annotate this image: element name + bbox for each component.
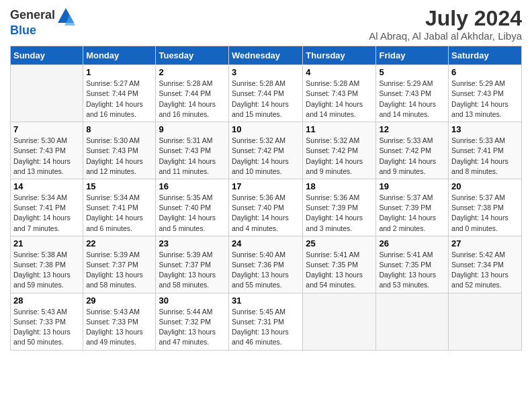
header: General Blue July 2024 Al Abraq, Al Jaba… — [10, 7, 522, 42]
day-info: Sunrise: 5:30 AM Sunset: 7:43 PM Dayligh… — [13, 136, 80, 177]
calendar-cell: 16Sunrise: 5:35 AM Sunset: 7:40 PM Dayli… — [156, 179, 229, 236]
day-info: Sunrise: 5:41 AM Sunset: 7:35 PM Dayligh… — [306, 250, 373, 291]
calendar-cell: 5Sunrise: 5:29 AM Sunset: 7:43 PM Daylig… — [376, 65, 449, 122]
week-row-2: 14Sunrise: 5:34 AM Sunset: 7:41 PM Dayli… — [11, 179, 522, 236]
day-info: Sunrise: 5:45 AM Sunset: 7:31 PM Dayligh… — [232, 307, 300, 348]
day-info: Sunrise: 5:40 AM Sunset: 7:36 PM Dayligh… — [232, 250, 300, 291]
calendar-cell: 8Sunrise: 5:30 AM Sunset: 7:43 PM Daylig… — [83, 122, 156, 179]
header-tuesday: Tuesday — [156, 46, 229, 65]
title-area: July 2024 Al Abraq, Al Jabal al Akhdar, … — [369, 7, 522, 42]
day-number: 16 — [159, 181, 226, 191]
day-info: Sunrise: 5:39 AM Sunset: 7:37 PM Dayligh… — [86, 250, 152, 291]
day-info: Sunrise: 5:35 AM Sunset: 7:40 PM Dayligh… — [159, 193, 226, 234]
calendar-cell — [303, 293, 376, 350]
logo-general: General — [10, 7, 75, 26]
calendar-cell: 10Sunrise: 5:32 AM Sunset: 7:42 PM Dayli… — [229, 122, 303, 179]
header-saturday: Saturday — [449, 46, 522, 65]
day-info: Sunrise: 5:43 AM Sunset: 7:33 PM Dayligh… — [86, 307, 152, 348]
day-number: 25 — [306, 238, 373, 248]
calendar-cell: 23Sunrise: 5:39 AM Sunset: 7:37 PM Dayli… — [156, 236, 229, 293]
day-number: 22 — [86, 238, 152, 248]
day-number: 18 — [306, 181, 373, 191]
day-number: 11 — [306, 124, 373, 134]
day-number: 1 — [86, 67, 152, 77]
calendar-cell: 27Sunrise: 5:42 AM Sunset: 7:34 PM Dayli… — [449, 236, 522, 293]
calendar-cell: 1Sunrise: 5:27 AM Sunset: 7:44 PM Daylig… — [83, 65, 156, 122]
calendar-cell: 22Sunrise: 5:39 AM Sunset: 7:37 PM Dayli… — [83, 236, 156, 293]
day-number: 23 — [159, 238, 226, 248]
calendar-cell: 12Sunrise: 5:33 AM Sunset: 7:42 PM Dayli… — [376, 122, 449, 179]
logo-blue: Blue — [10, 24, 75, 38]
day-number: 2 — [159, 67, 226, 77]
day-number: 28 — [13, 295, 80, 306]
calendar-cell — [449, 293, 522, 350]
day-info: Sunrise: 5:37 AM Sunset: 7:38 PM Dayligh… — [451, 193, 519, 234]
page-container: General Blue July 2024 Al Abraq, Al Jaba… — [0, 0, 532, 357]
calendar-cell: 30Sunrise: 5:44 AM Sunset: 7:32 PM Dayli… — [156, 293, 229, 350]
day-info: Sunrise: 5:34 AM Sunset: 7:41 PM Dayligh… — [13, 193, 80, 234]
day-number: 5 — [379, 67, 445, 77]
day-number: 19 — [379, 181, 445, 191]
calendar-cell: 29Sunrise: 5:43 AM Sunset: 7:33 PM Dayli… — [83, 293, 156, 350]
day-number: 13 — [451, 124, 519, 134]
day-info: Sunrise: 5:32 AM Sunset: 7:42 PM Dayligh… — [306, 136, 373, 177]
header-sunday: Sunday — [11, 46, 83, 65]
day-info: Sunrise: 5:27 AM Sunset: 7:44 PM Dayligh… — [86, 79, 152, 120]
day-number: 30 — [159, 295, 226, 306]
day-info: Sunrise: 5:28 AM Sunset: 7:43 PM Dayligh… — [306, 79, 373, 120]
day-info: Sunrise: 5:28 AM Sunset: 7:44 PM Dayligh… — [159, 79, 226, 120]
calendar-cell: 9Sunrise: 5:31 AM Sunset: 7:43 PM Daylig… — [156, 122, 229, 179]
day-number: 20 — [451, 181, 519, 191]
day-info: Sunrise: 5:29 AM Sunset: 7:43 PM Dayligh… — [451, 79, 519, 120]
day-info: Sunrise: 5:31 AM Sunset: 7:43 PM Dayligh… — [159, 136, 226, 177]
calendar-cell: 24Sunrise: 5:40 AM Sunset: 7:36 PM Dayli… — [229, 236, 303, 293]
header-thursday: Thursday — [303, 46, 376, 65]
calendar-cell: 3Sunrise: 5:28 AM Sunset: 7:44 PM Daylig… — [229, 65, 303, 122]
calendar-cell — [11, 65, 83, 122]
calendar-cell: 19Sunrise: 5:37 AM Sunset: 7:39 PM Dayli… — [376, 179, 449, 236]
week-row-1: 7Sunrise: 5:30 AM Sunset: 7:43 PM Daylig… — [11, 122, 522, 179]
day-number: 15 — [86, 181, 152, 191]
day-number: 27 — [451, 238, 519, 248]
calendar-cell: 4Sunrise: 5:28 AM Sunset: 7:43 PM Daylig… — [303, 65, 376, 122]
calendar-cell: 13Sunrise: 5:33 AM Sunset: 7:41 PM Dayli… — [449, 122, 522, 179]
calendar-cell: 25Sunrise: 5:41 AM Sunset: 7:35 PM Dayli… — [303, 236, 376, 293]
day-info: Sunrise: 5:44 AM Sunset: 7:32 PM Dayligh… — [159, 307, 226, 348]
month-title: July 2024 — [369, 7, 522, 30]
calendar-cell: 28Sunrise: 5:43 AM Sunset: 7:33 PM Dayli… — [11, 293, 83, 350]
day-number: 29 — [86, 295, 152, 306]
day-number: 14 — [13, 181, 80, 191]
logo: General Blue — [10, 7, 75, 38]
day-info: Sunrise: 5:32 AM Sunset: 7:42 PM Dayligh… — [232, 136, 300, 177]
calendar-cell: 6Sunrise: 5:29 AM Sunset: 7:43 PM Daylig… — [449, 65, 522, 122]
calendar-cell: 15Sunrise: 5:34 AM Sunset: 7:41 PM Dayli… — [83, 179, 156, 236]
day-number: 24 — [232, 238, 300, 248]
week-row-3: 21Sunrise: 5:38 AM Sunset: 7:38 PM Dayli… — [11, 236, 522, 293]
day-number: 31 — [232, 295, 300, 306]
day-number: 7 — [13, 124, 80, 134]
calendar-cell: 26Sunrise: 5:41 AM Sunset: 7:35 PM Dayli… — [376, 236, 449, 293]
calendar-cell: 11Sunrise: 5:32 AM Sunset: 7:42 PM Dayli… — [303, 122, 376, 179]
day-number: 6 — [451, 67, 519, 77]
header-friday: Friday — [376, 46, 449, 65]
calendar-cell: 2Sunrise: 5:28 AM Sunset: 7:44 PM Daylig… — [156, 65, 229, 122]
calendar-cell: 18Sunrise: 5:36 AM Sunset: 7:39 PM Dayli… — [303, 179, 376, 236]
day-info: Sunrise: 5:43 AM Sunset: 7:33 PM Dayligh… — [13, 307, 80, 348]
day-info: Sunrise: 5:36 AM Sunset: 7:40 PM Dayligh… — [232, 193, 300, 234]
day-info: Sunrise: 5:33 AM Sunset: 7:42 PM Dayligh… — [379, 136, 445, 177]
calendar-cell: 21Sunrise: 5:38 AM Sunset: 7:38 PM Dayli… — [11, 236, 83, 293]
day-number: 26 — [379, 238, 445, 248]
day-number: 21 — [13, 238, 80, 248]
calendar-table: SundayMondayTuesdayWednesdayThursdayFrid… — [10, 46, 522, 350]
day-info: Sunrise: 5:29 AM Sunset: 7:43 PM Dayligh… — [379, 79, 445, 120]
day-info: Sunrise: 5:28 AM Sunset: 7:44 PM Dayligh… — [232, 79, 300, 120]
header-monday: Monday — [83, 46, 156, 65]
calendar-cell: 14Sunrise: 5:34 AM Sunset: 7:41 PM Dayli… — [11, 179, 83, 236]
day-number: 9 — [159, 124, 226, 134]
day-info: Sunrise: 5:42 AM Sunset: 7:34 PM Dayligh… — [451, 250, 519, 291]
calendar-cell: 7Sunrise: 5:30 AM Sunset: 7:43 PM Daylig… — [11, 122, 83, 179]
day-info: Sunrise: 5:38 AM Sunset: 7:38 PM Dayligh… — [13, 250, 80, 291]
calendar-cell — [376, 293, 449, 350]
day-number: 10 — [232, 124, 300, 134]
header-row: SundayMondayTuesdayWednesdayThursdayFrid… — [11, 46, 522, 65]
